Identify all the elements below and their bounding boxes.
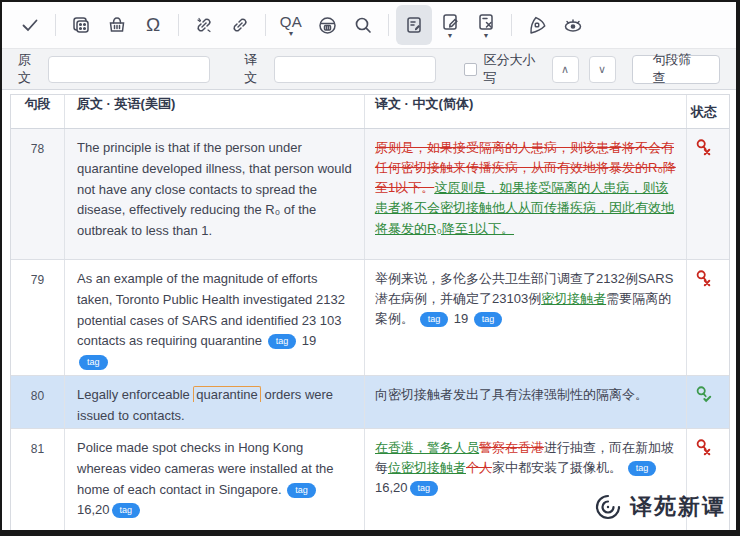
segment-filter-button[interactable]: 句段筛查 [632, 55, 720, 84]
target-search-input[interactable] [274, 56, 436, 83]
table-header-row: 句段 原文 · 英语(美国) 译文 · 中文(简体) 状态 [11, 95, 729, 129]
text-run-n: Legally enforceable [77, 387, 193, 402]
case-sensitive-label: 区分大小写 [483, 51, 541, 87]
qa-label: QA [280, 13, 303, 30]
segment-number: 79 [11, 260, 65, 375]
text-run-ins: 密切接触者 [541, 291, 606, 306]
watermark-logo-icon [594, 493, 622, 521]
toolbar-divider [265, 14, 266, 36]
text-run-ins: 位密切接触者 [388, 460, 466, 475]
status-rejected-icon [694, 138, 712, 156]
text-run-n: 家中都安装了摄像机。 [492, 460, 626, 475]
source-search-label: 原文 [18, 51, 41, 87]
chevron-down-icon: ▼ [483, 33, 490, 39]
text-run-del: 警察在香港 [479, 440, 544, 455]
text-run-n: 向密切接触者发出了具有法律强制性的隔离令。 [375, 387, 648, 402]
inline-tag[interactable]: tag [410, 481, 439, 496]
unlink-icon[interactable] [186, 5, 222, 45]
target-text-cell[interactable]: 原则是，如果接受隔离的人患病，则该患者将不会有任何密切接触来传播疾病，从而有效地… [365, 129, 687, 259]
table-row[interactable]: 79 As an example of the magnitude of eff… [11, 260, 729, 376]
doc-edit-icon[interactable]: ▼ [432, 5, 468, 45]
target-text-cell[interactable]: 举例来说，多伦多公共卫生部门调查了2132例SARS潜在病例，并确定了23103… [365, 260, 687, 375]
segment-number: 81 [11, 429, 65, 530]
text-run-hl: quarantine [193, 386, 260, 402]
source-text-cell[interactable]: As an example of the magnitude of effort… [65, 260, 365, 375]
status-cell [687, 129, 729, 259]
qa-icon[interactable]: QA ▼ [273, 5, 309, 45]
column-header-segment[interactable]: 句段 [11, 95, 65, 128]
search-icon[interactable] [345, 5, 381, 45]
status-approved-icon [694, 385, 712, 403]
table-row[interactable]: 80 Legally enforceable quarantine orders… [11, 376, 729, 429]
toolbar-divider [55, 14, 56, 36]
column-header-status[interactable]: 状态 [687, 103, 729, 121]
confirm-icon[interactable] [12, 5, 48, 45]
column-header-target[interactable]: 译文 · 中文(简体) [365, 95, 687, 128]
inline-tag[interactable]: tag [268, 334, 297, 349]
segment-number: 80 [11, 376, 65, 428]
toolbar-divider [388, 14, 389, 36]
status-rejected-icon [694, 438, 712, 456]
special-character-icon[interactable]: Ω [135, 5, 171, 45]
copy-source-icon[interactable] [63, 5, 99, 45]
source-text-cell[interactable]: Police made spot checks in Hong Kong whe… [65, 429, 365, 530]
inline-tag[interactable]: tag [112, 503, 141, 518]
source-text-cell[interactable]: The principle is that if the person unde… [65, 129, 365, 259]
search-filter-bar: 原文 译文 区分大小写 ∧ ∨ 句段筛查 [2, 48, 736, 90]
target-search-label: 译文 [244, 51, 267, 87]
stamp-icon[interactable] [519, 5, 555, 45]
watermark-text: 译苑新谭 [630, 492, 726, 522]
inline-tag[interactable]: tag [628, 461, 657, 476]
inline-tag[interactable]: tag [474, 312, 503, 327]
source-text-cell[interactable]: Legally enforceable quarantine orders we… [65, 376, 365, 428]
status-cell [687, 260, 729, 375]
table-row[interactable]: 78 The principle is that if the person u… [11, 129, 729, 260]
find-previous-button[interactable]: ∧ [552, 56, 579, 83]
preview-eye-icon[interactable] [555, 5, 591, 45]
link-icon[interactable] [222, 5, 258, 45]
text-run-n: 19 [450, 311, 472, 326]
text-run-del: 个人 [466, 460, 492, 475]
status-cell [687, 376, 729, 428]
inline-tag[interactable]: tag [287, 483, 316, 498]
inline-tag[interactable]: tag [79, 355, 108, 370]
toolbar-divider [178, 14, 179, 36]
find-next-button[interactable]: ∨ [589, 56, 616, 83]
target-text-cell[interactable]: 向密切接触者发出了具有法律强制性的隔离令。 [365, 376, 687, 428]
text-run-ins: 在香港，警务人员 [375, 440, 479, 455]
status-rejected-icon [694, 269, 712, 287]
text-run-n: The principle is that if the person unde… [77, 140, 352, 238]
column-header-source[interactable]: 原文 · 英语(美国) [65, 95, 365, 128]
text-run-n: 19 [298, 333, 316, 348]
table-body: 78 The principle is that if the person u… [11, 129, 729, 530]
term-edit-icon[interactable] [396, 5, 432, 45]
inline-tag[interactable]: tag [420, 312, 449, 327]
translation-editor-window: Ω QA ▼ ▼ ▼ [0, 0, 740, 536]
chevron-down-icon: ▼ [288, 31, 295, 37]
segment-number: 78 [11, 129, 65, 259]
segment-table: 句段 原文 · 英语(美国) 译文 · 中文(简体) 状态 78 The pri… [10, 94, 730, 530]
text-run-n: 16,20 [375, 480, 408, 495]
omega-label: Ω [146, 16, 160, 34]
toolbar: Ω QA ▼ ▼ ▼ [2, 2, 736, 48]
machine-translation-icon[interactable] [309, 5, 345, 45]
source-search-input[interactable] [48, 56, 210, 83]
chevron-down-icon: ▼ [447, 33, 454, 39]
toolbar-divider [511, 14, 512, 36]
clear-translation-icon[interactable]: ▼ [468, 5, 504, 45]
basket-icon[interactable] [99, 5, 135, 45]
watermark: 译苑新谭 [594, 492, 726, 522]
case-sensitive-checkbox[interactable] [464, 63, 477, 76]
text-run-n: 16,20 [77, 502, 110, 517]
